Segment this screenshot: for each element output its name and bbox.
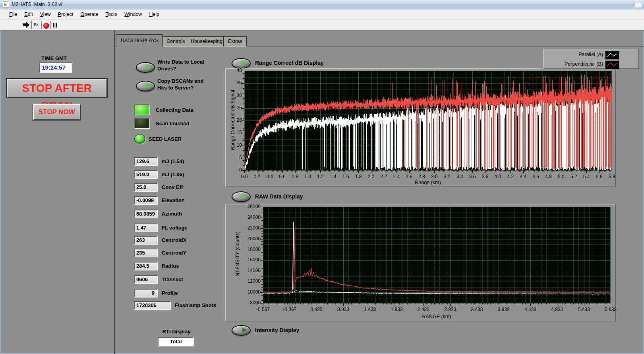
readout-label: mJ (1.06): [162, 171, 184, 177]
collecting-data-label: Collecting Data: [156, 107, 193, 113]
window-control-fragment[interactable]: [635, 2, 642, 8]
x-tick-label: -0.567: [253, 307, 273, 312]
readout-label: CentroidY: [162, 250, 186, 256]
tab-housekeeping[interactable]: Housekeeping: [186, 36, 227, 47]
readout-label: Conv Eff: [162, 184, 183, 190]
copy-bscans-toggle[interactable]: [136, 81, 155, 91]
y-tick-label: 35: [228, 80, 242, 86]
write-data-toggle[interactable]: [136, 62, 155, 73]
menu-tools[interactable]: Tools: [102, 10, 121, 19]
y-tick-label: 24000: [242, 214, 261, 220]
pause-button[interactable]: [50, 21, 59, 29]
x-tick-label: 4.933: [547, 307, 567, 312]
y-tick-label: 15: [228, 130, 242, 135]
readout-field-azimuth: 68.0859: [134, 210, 158, 218]
y-tick-label: 12000: [242, 278, 261, 284]
run-button[interactable]: [22, 21, 31, 29]
y-tick-label: 25: [228, 105, 242, 111]
range-db-display-toggle[interactable]: [232, 58, 251, 69]
labview-window: M2HATS_Main_3.02.vi FileEditViewProjectO…: [0, 0, 644, 354]
menu-bar: FileEditViewProjectOperateToolsWindowHel…: [0, 10, 644, 20]
y-tick-label: 20: [228, 117, 242, 123]
vi-toolbar: ↻: [0, 20, 644, 31]
x-tick-label: 1.933: [387, 307, 407, 312]
abort-button[interactable]: [41, 21, 50, 29]
toggle-arrow-icon: [147, 65, 151, 70]
y-tick-label: 30: [228, 93, 242, 98]
tab-control-border: [115, 30, 115, 354]
readout-field-flashlamp-shots: 1720306: [134, 301, 171, 310]
x-tick-label: 3.433: [466, 307, 487, 312]
menu-operate[interactable]: Operate: [77, 10, 102, 19]
x-tick-label: 2.933: [440, 307, 460, 312]
menu-edit[interactable]: Edit: [21, 10, 37, 19]
menu-project[interactable]: Project: [54, 10, 77, 19]
intensity-display-toggle[interactable]: [232, 325, 251, 336]
run-continuously-button[interactable]: ↻: [31, 21, 40, 29]
range-db-title: Range Correct dB Display: [255, 60, 324, 66]
readout-label: mJ (1.54): [162, 158, 184, 164]
tab-controls[interactable]: Controls: [162, 36, 190, 47]
legend-name: Perpendicular (B): [546, 60, 603, 68]
legend-sample-parallel[interactable]: [605, 51, 619, 60]
readout-label: Azimuth: [162, 211, 182, 217]
readout-field-profile: 9: [134, 289, 158, 298]
legend-sample-perpendicular[interactable]: [605, 60, 619, 69]
abort-icon: [43, 23, 49, 29]
readout-field-fl-voltage: 1.47: [134, 224, 158, 232]
time-gmt-display: 19:24:57: [39, 62, 72, 73]
legend-row: Perpendicular (B): [543, 60, 638, 69]
write-data-label: Write Data to Local Drives?: [157, 58, 217, 72]
readout-label: Transect: [162, 276, 183, 282]
x-tick-label: 5.933: [600, 307, 621, 312]
y-tick-label: 40: [228, 68, 242, 73]
y-tick-label: 22000: [242, 225, 261, 231]
seed-laser-label: SEED LASER: [149, 136, 182, 142]
menu-view[interactable]: View: [37, 10, 54, 19]
y-tick-label: 26000: [242, 204, 261, 209]
readout-label: Flashlamp Shots: [175, 302, 216, 308]
readout-label: FL voltage: [162, 225, 188, 231]
legend-name: Parallel (A): [546, 51, 603, 59]
tab-strip-line: [114, 47, 644, 47]
readout-label: Profile: [162, 290, 178, 296]
pause-icon: [53, 23, 54, 27]
y-tick-label: 8000: [242, 300, 261, 305]
rti-display-ring[interactable]: Total: [158, 337, 194, 346]
raw-data-display-toggle[interactable]: [232, 191, 251, 202]
readout-field-centroidx: 263: [134, 236, 158, 245]
intensity-display-label: Intensity Display: [255, 327, 299, 333]
menu-file[interactable]: File: [6, 10, 21, 19]
pause-icon: [56, 23, 57, 27]
toggle-arrow-icon: [242, 328, 247, 333]
x-tick-label: 5.8: [601, 174, 622, 179]
readout-field-radius: 284.5: [134, 262, 158, 270]
rti-display-label: RTI Display: [159, 329, 194, 335]
raw-data-title: RAW Data Display: [255, 193, 303, 200]
menu-window[interactable]: Window: [121, 10, 145, 19]
y-tick-label: 0: [228, 167, 242, 173]
raw-data-xlabel: RANGE (km): [417, 314, 456, 319]
tab-data-displays[interactable]: DATA DISPLAYS: [116, 34, 163, 47]
seed-laser-led: [134, 134, 145, 144]
readout-field-conv-eff: 25.0: [134, 183, 158, 192]
readout-field-centroidy: 235: [134, 249, 158, 257]
readout-label: CentroidX: [162, 237, 186, 243]
stop-after-scan-button[interactable]: STOP AFTER SCAN: [7, 79, 107, 98]
toggle-arrow-icon: [147, 84, 151, 88]
collecting-data-led: [134, 104, 150, 115]
menu-help[interactable]: Help: [145, 10, 163, 19]
x-tick-label: -0.067: [279, 307, 300, 312]
y-tick-label: 10: [228, 142, 242, 148]
tab-extras[interactable]: Extras: [223, 36, 247, 47]
x-tick-label: 1.433: [360, 307, 380, 312]
x-tick-label: 2.433: [413, 307, 434, 312]
readout-field-mj-1-06-: 519.0: [134, 170, 158, 179]
stop-now-button[interactable]: STOP NOW: [33, 104, 81, 120]
x-tick-label: 5.433: [574, 307, 594, 312]
readout-field-transect: 9606: [134, 275, 158, 284]
plot-legend: Parallel (A)Perpendicular (B): [543, 49, 639, 69]
readout-label: Radius: [162, 263, 179, 269]
range-db-plot-canvas: [240, 71, 612, 174]
range-db-xlabel: Range (km): [408, 180, 448, 185]
